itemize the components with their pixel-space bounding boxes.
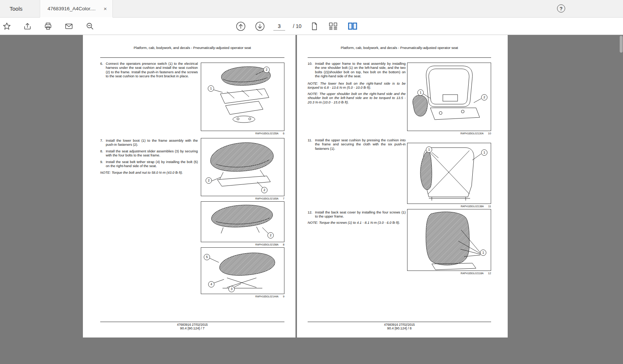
- callout-4: 4: [208, 281, 214, 287]
- toolbar-center-group: / 10: [235, 18, 358, 35]
- magnifier-minus-icon: [85, 21, 95, 31]
- note-step-10a: NOTE: The lower hex bolt on the right-ha…: [308, 82, 406, 90]
- figure-7-caption: RAPH165GL02165A 7: [201, 197, 284, 200]
- step-10: 10. Install the upper frame to the seat …: [308, 62, 406, 79]
- step-text: Install the upper seat cushion by pressi…: [315, 138, 406, 151]
- help-icon[interactable]: ?: [557, 4, 565, 13]
- step-number: 6.: [100, 62, 106, 79]
- page-number-input[interactable]: [273, 22, 285, 31]
- header-rule: [100, 57, 284, 58]
- favorites-button[interactable]: [1, 21, 12, 32]
- tab-close-icon[interactable]: ×: [102, 6, 108, 12]
- email-button[interactable]: [63, 21, 74, 32]
- figure-number: 12: [488, 272, 491, 275]
- step-number: 12.: [308, 211, 315, 219]
- callout-2: 2: [263, 67, 270, 73]
- two-page-view-icon: [347, 22, 358, 31]
- header-rule: [308, 57, 491, 58]
- figure-12-illustration: 1: [407, 209, 491, 271]
- footer-rule: [308, 322, 491, 322]
- figure-11-illustration: 1 1: [407, 143, 491, 204]
- seat-cushion-drawing: [407, 143, 491, 204]
- pdf-page-8: Platform, cab, bodywork, and decals - Pn…: [297, 35, 508, 338]
- print-button[interactable]: [43, 21, 53, 32]
- two-page-view-button[interactable]: [347, 21, 358, 32]
- next-page-button[interactable]: [254, 21, 266, 32]
- callout-2: 2: [206, 177, 212, 184]
- step-text: Install the lower boot (1) to the frame …: [106, 139, 198, 147]
- callout-1: 1: [481, 149, 487, 156]
- page-header: Platform, cab, bodywork, and decals - Pn…: [308, 46, 491, 50]
- previous-page-button[interactable]: [235, 21, 246, 32]
- vertical-scrollbar[interactable]: [619, 35, 623, 364]
- document-icon: [310, 22, 319, 31]
- figure-10-caption: RAPH165GL02130A 10: [407, 132, 491, 135]
- step-9: 9. Install the seat belt tether strap (4…: [100, 160, 198, 169]
- note-step-12: NOTE: Torque the screws (1) to 4.1 - 8.1…: [308, 221, 406, 225]
- step-6: 6. Connect the operators presence switch…: [100, 62, 198, 79]
- step-text: Install the back seat cover by installin…: [315, 211, 406, 219]
- envelope-icon: [64, 22, 74, 31]
- step-number: 7.: [100, 139, 106, 147]
- figure-code: RAPH165GL02158A: [255, 243, 279, 246]
- single-page-view-button[interactable]: [309, 21, 320, 32]
- figure-code: RAPH165GL02118A: [461, 272, 483, 275]
- step-text: Install the seat adjustment slider assem…: [106, 149, 198, 158]
- step-text: Connect the operators presence switch (1…: [106, 62, 198, 79]
- step-text: Install the seat belt tether strap (4) b…: [106, 160, 198, 169]
- step-number: 11.: [308, 138, 315, 151]
- printer-icon: [43, 22, 53, 31]
- figure-9-illustration: 5 4 3: [201, 247, 284, 294]
- figure-6-illustration: 2 1: [201, 63, 284, 131]
- step-11: 11. Install the upper seat cushion by pr…: [308, 138, 406, 151]
- page-count-label: / 10: [293, 23, 301, 29]
- callout-2: 2: [267, 232, 274, 238]
- note-step-9: NOTE: Torque the bolt and nut to 58.0 N·…: [100, 171, 198, 175]
- window-tab-bar: Tools 47683916_A4Color.... × ?: [0, 0, 623, 18]
- figure-7-illustration: 2 2: [201, 138, 284, 196]
- figure-9-caption: RAPH165GL02144A 9: [201, 295, 284, 298]
- star-icon: [2, 22, 11, 31]
- callout-3: 3: [228, 286, 235, 292]
- callout-2: 2: [261, 187, 267, 193]
- figure-11-caption: RAPH165GL02138A 11: [407, 205, 491, 208]
- figure-code: RAPH165GL02155A: [255, 132, 279, 135]
- zoom-out-button[interactable]: [84, 21, 95, 32]
- tools-menu-button[interactable]: Tools: [0, 0, 40, 17]
- scrollbar-thumb[interactable]: [620, 36, 623, 53]
- figure-number: 11: [488, 205, 491, 208]
- save-button[interactable]: [22, 21, 33, 32]
- pdf-viewer-window: Tools 47683916_A4Color.... × ?: [0, 0, 623, 364]
- seat-exploded-drawing: [201, 63, 284, 131]
- figure-number: 10: [488, 132, 491, 135]
- figure-number: 6: [283, 132, 284, 135]
- upload-icon: [23, 22, 32, 31]
- step-7: 7. Install the lower boot (1) to the fra…: [100, 139, 198, 147]
- figure-10-illustration: 1 2: [407, 63, 491, 131]
- step-12: 12. Install the back seat cover by insta…: [308, 211, 406, 219]
- circle-arrow-up-icon: [236, 21, 246, 31]
- document-viewport[interactable]: Platform, cab, bodywork, and decals - Pn…: [0, 35, 623, 364]
- document-tab[interactable]: 47683916_A4Color.... ×: [40, 0, 113, 18]
- document-tab-title: 47683916_A4Color....: [48, 6, 99, 11]
- footer-date: 47683916 27/02/2015: [100, 323, 284, 326]
- thumbnails-view-button[interactable]: [328, 21, 339, 32]
- figure-code: RAPH165GL02130A: [461, 132, 484, 135]
- figure-8-caption: RAPH165GL02158A 8: [201, 243, 284, 246]
- figure-8-illustration: 2: [201, 201, 284, 242]
- figure-number: 8: [283, 243, 284, 246]
- footer-reference: 90.4 [90.124] / 8: [308, 326, 491, 330]
- figure-code: RAPH165GL02138A: [461, 205, 484, 208]
- step-number: 9.: [100, 160, 106, 169]
- step-text: Install the upper frame to the seat asse…: [315, 62, 406, 79]
- callout-1: 1: [480, 250, 486, 256]
- callout-5: 5: [204, 254, 210, 260]
- page-header: Platform, cab, bodywork, and decals - Pn…: [100, 46, 284, 50]
- figure-number: 7: [283, 197, 284, 200]
- step-number: 8.: [100, 149, 106, 158]
- pdf-toolbar: / 10: [0, 18, 623, 35]
- figure-6-caption: RAPH165GL02155A 6: [201, 132, 284, 135]
- footer-date: 47683916 27/02/2015: [308, 323, 491, 326]
- callout-1: 1: [417, 89, 424, 96]
- thumbnails-grid-icon: [328, 22, 338, 31]
